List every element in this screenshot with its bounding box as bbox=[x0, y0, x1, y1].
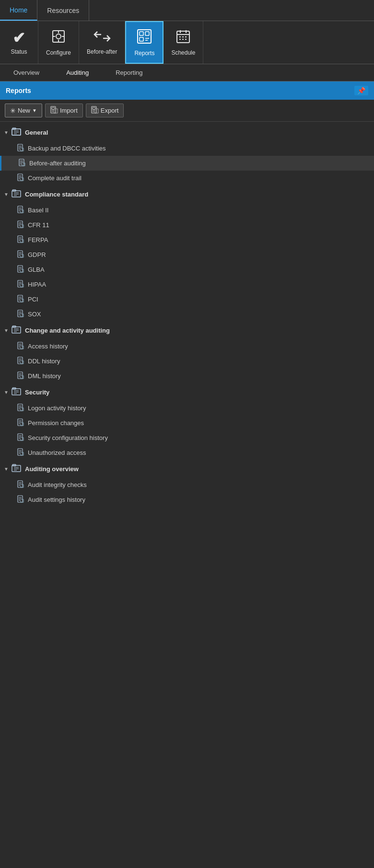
configure-icon bbox=[51, 29, 66, 46]
toolbar-schedule[interactable]: Schedule bbox=[164, 21, 203, 64]
tree-item-logon-activity[interactable]: Logon activity history bbox=[0, 401, 374, 416]
action-bar: ✳ New ▼ Import Export bbox=[0, 100, 374, 122]
section-tab-reporting[interactable]: Reporting bbox=[102, 64, 156, 81]
tree-item-before-after-auditing[interactable]: Before-after auditing bbox=[0, 156, 374, 171]
tree-item-backup-dbcc[interactable]: Backup and DBCC activities bbox=[0, 141, 374, 156]
toolbar-schedule-label: Schedule bbox=[171, 49, 195, 56]
toolbar-status[interactable]: ✔ Status bbox=[0, 21, 38, 64]
tab-home[interactable]: Home bbox=[0, 0, 37, 21]
tab-resources[interactable]: Resources bbox=[37, 0, 89, 21]
tree-group-compliance: ▼ Compliance standard Basel II CFR 11 bbox=[0, 185, 374, 322]
tree-group-security: ▼ Security Logon activity history Permis… bbox=[0, 383, 374, 460]
tree-item-basel2[interactable]: Basel II bbox=[0, 203, 374, 218]
report-icon-permission-changes bbox=[17, 418, 25, 428]
pin-button[interactable]: 📌 bbox=[354, 86, 368, 95]
tree-group-header-auditing-overview[interactable]: ▼ Auditing overview bbox=[0, 460, 374, 477]
expand-arrow-security: ▼ bbox=[4, 390, 10, 395]
svg-rect-16 bbox=[179, 36, 181, 37]
tree-item-logon-activity-label: Logon activity history bbox=[28, 405, 86, 412]
reports-icon bbox=[136, 28, 152, 47]
tree-item-gdpr[interactable]: GDPR bbox=[0, 247, 374, 262]
top-tab-bar: Home Resources bbox=[0, 0, 374, 21]
export-icon bbox=[91, 106, 99, 115]
tree-item-cfr11[interactable]: CFR 11 bbox=[0, 218, 374, 232]
tree-group-header-change-activity[interactable]: ▼ Change and activity auditing bbox=[0, 322, 374, 339]
svg-rect-19 bbox=[179, 39, 181, 40]
tree-item-complete-audit-label: Complete audit trail bbox=[28, 174, 82, 182]
expand-arrow-general: ▼ bbox=[4, 130, 10, 135]
section-tab-auditing-label: Auditing bbox=[66, 69, 89, 76]
report-icon-hipaa bbox=[17, 280, 25, 289]
tree-item-access-history-label: Access history bbox=[28, 343, 68, 350]
toolbar-before-after-label: Before-after bbox=[87, 48, 117, 55]
section-tab-bar: Overview Auditing Reporting bbox=[0, 64, 374, 81]
tree-item-security-config-label: Security configuration history bbox=[28, 434, 108, 441]
expand-arrow-auditing-overview: ▼ bbox=[4, 466, 10, 472]
tree-group-general: ▼ General bbox=[0, 124, 374, 185]
panel-title: Reports bbox=[6, 87, 31, 94]
tree-group-compliance-label: Compliance standard bbox=[25, 191, 88, 198]
tree-item-unauthorized-access[interactable]: Unauthorized access bbox=[0, 445, 374, 460]
tree-item-hipaa[interactable]: HIPAA bbox=[0, 277, 374, 292]
export-button[interactable]: Export bbox=[86, 104, 124, 117]
tree-item-glba[interactable]: GLBA bbox=[0, 262, 374, 277]
folder-icon-general bbox=[12, 127, 21, 138]
report-icon-ddl-history bbox=[17, 357, 25, 366]
report-icon-unauthorized-access bbox=[17, 448, 25, 457]
tree-item-cfr11-label: CFR 11 bbox=[28, 221, 49, 229]
tree-item-sox-label: SOX bbox=[28, 311, 41, 318]
tree-item-complete-audit[interactable]: Complete audit trail bbox=[0, 171, 374, 185]
report-icon-ferpa bbox=[17, 235, 25, 244]
tree-item-basel2-label: Basel II bbox=[28, 207, 48, 214]
tree-item-pci-label: PCI bbox=[28, 296, 38, 303]
new-button-label: New bbox=[18, 107, 30, 114]
reports-tree: ▼ General bbox=[0, 122, 374, 509]
report-icon-security-config bbox=[17, 433, 25, 442]
toolbar-reports[interactable]: Reports bbox=[125, 21, 164, 64]
folder-icon-security bbox=[12, 387, 21, 397]
report-icon-pci bbox=[17, 295, 25, 304]
toolbar-before-after[interactable]: Before-after bbox=[79, 21, 125, 64]
tree-item-ferpa[interactable]: FERPA bbox=[0, 232, 374, 247]
tree-item-permission-changes[interactable]: Permission changes bbox=[0, 416, 374, 430]
report-icon-dml-history bbox=[17, 371, 25, 381]
tree-group-header-compliance[interactable]: ▼ Compliance standard bbox=[0, 185, 374, 203]
toolbar-configure[interactable]: Configure bbox=[38, 21, 79, 64]
tree-group-change-activity: ▼ Change and activity auditing Access hi… bbox=[0, 322, 374, 383]
tree-item-audit-settings-label: Audit settings history bbox=[28, 496, 85, 503]
svg-rect-21 bbox=[185, 39, 187, 40]
report-icon-glba bbox=[17, 265, 25, 274]
export-button-label: Export bbox=[101, 107, 119, 114]
import-button[interactable]: Import bbox=[45, 104, 83, 117]
tree-group-header-security[interactable]: ▼ Security bbox=[0, 383, 374, 401]
toolbar-configure-label: Configure bbox=[46, 49, 71, 56]
tree-item-ddl-history[interactable]: DDL history bbox=[0, 354, 374, 369]
tree-item-dml-history[interactable]: DML history bbox=[0, 369, 374, 383]
tree-item-permission-changes-label: Permission changes bbox=[28, 419, 84, 427]
svg-rect-17 bbox=[182, 36, 184, 37]
svg-rect-9 bbox=[145, 32, 149, 35]
tree-item-audit-settings[interactable]: Audit settings history bbox=[0, 492, 374, 507]
new-button[interactable]: ✳ New ▼ bbox=[5, 104, 42, 117]
section-tab-auditing[interactable]: Auditing bbox=[53, 64, 102, 81]
toolbar-reports-label: Reports bbox=[134, 50, 154, 57]
tree-item-sox[interactable]: SOX bbox=[0, 307, 374, 322]
section-tab-overview[interactable]: Overview bbox=[0, 64, 53, 81]
tree-item-gdpr-label: GDPR bbox=[28, 251, 46, 258]
main-toolbar: ✔ Status Configure Before-after bbox=[0, 21, 374, 64]
tree-group-general-label: General bbox=[25, 129, 48, 136]
tree-item-pci[interactable]: PCI bbox=[0, 292, 374, 307]
svg-rect-7 bbox=[140, 32, 143, 35]
tree-item-security-config[interactable]: Security configuration history bbox=[0, 430, 374, 445]
tree-group-header-general[interactable]: ▼ General bbox=[0, 124, 374, 141]
folder-icon-auditing-overview bbox=[12, 463, 21, 474]
tree-item-audit-integrity[interactable]: Audit integrity checks bbox=[0, 477, 374, 492]
svg-rect-8 bbox=[140, 37, 143, 41]
tree-item-access-history[interactable]: Access history bbox=[0, 339, 374, 354]
before-after-icon bbox=[94, 30, 111, 46]
svg-rect-27 bbox=[93, 107, 95, 109]
svg-rect-18 bbox=[185, 36, 187, 37]
tree-group-change-activity-label: Change and activity auditing bbox=[25, 327, 110, 334]
tab-home-label: Home bbox=[10, 6, 27, 14]
report-icon-complete-audit bbox=[17, 174, 25, 183]
